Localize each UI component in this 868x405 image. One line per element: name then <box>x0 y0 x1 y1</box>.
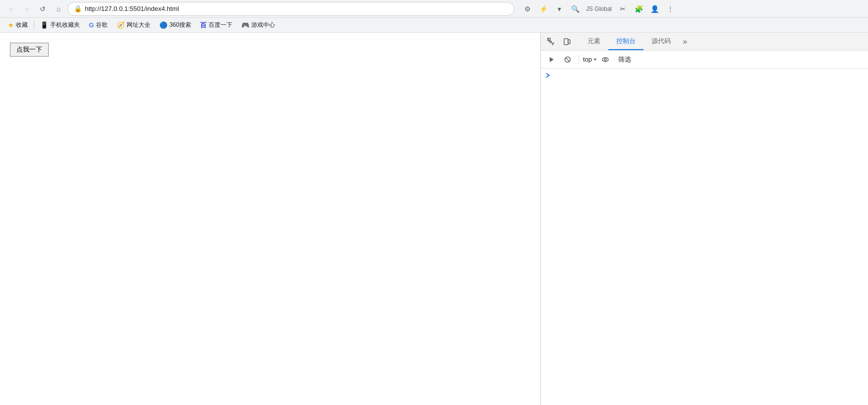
url-text: http://127.0.0.1:5501/index4.html <box>85 5 508 12</box>
bookmark-mobile-favorites[interactable]: 📱 手机收藏夹 <box>36 20 84 30</box>
clear-console-button[interactable] <box>561 53 575 67</box>
bookmark-urls-label: 网址大全 <box>127 21 150 29</box>
device-toolbar-button[interactable] <box>560 34 575 49</box>
svg-line-5 <box>566 58 570 61</box>
devtools-left-icons <box>541 34 578 49</box>
bookmark-baidu-label: 百度一下 <box>209 21 232 29</box>
google-icon: G <box>89 21 94 29</box>
svg-rect-2 <box>568 40 570 44</box>
tab-elements[interactable]: 元素 <box>579 33 608 50</box>
games-icon: 🎮 <box>241 21 249 29</box>
bookmark-360-label: 360搜索 <box>169 21 191 29</box>
bookmarks-bar: ★ 收藏 📱 手机收藏夹 G 谷歌 🧭 网址大全 🔵 360搜索 百 百度一下 … <box>0 18 868 33</box>
more-tabs-button[interactable]: » <box>679 33 691 50</box>
js-global-label: JS Global <box>586 5 612 12</box>
inspect-element-button[interactable] <box>544 34 559 49</box>
lock-icon: 🔒 <box>74 5 82 12</box>
baidu-icon: 百 <box>200 21 207 30</box>
dropdown-button[interactable]: ▾ <box>552 2 566 16</box>
svg-rect-1 <box>564 39 568 45</box>
tab-console[interactable]: 控制台 <box>608 33 644 50</box>
devtools-console-toolbar: top ▾ 筛选 <box>541 51 868 68</box>
address-bar[interactable]: 🔒 http://127.0.0.1:5501/index4.html <box>68 2 514 16</box>
bookmark-urls[interactable]: 🧭 网址大全 <box>113 20 154 30</box>
scissors-button[interactable]: ✂ <box>616 2 630 16</box>
console-line-1 <box>541 70 868 81</box>
devtools-console <box>541 68 868 405</box>
reload-button[interactable]: ↺ <box>36 2 50 16</box>
svg-point-6 <box>602 58 608 62</box>
page-content: 点我一下 <box>0 33 540 405</box>
toolbar-separator <box>579 55 579 65</box>
bookmark-games[interactable]: 🎮 游戏中心 <box>237 20 279 30</box>
devtools-panel: 元素 控制台 源代码 » <box>540 33 868 405</box>
click-me-button[interactable]: 点我一下 <box>10 43 49 57</box>
tab-sources[interactable]: 源代码 <box>644 33 679 50</box>
context-selector-arrow: ▾ <box>594 57 596 62</box>
menu-button[interactable]: ⋮ <box>663 2 677 16</box>
profile-button[interactable]: 👤 <box>648 2 661 16</box>
search-button[interactable]: 🔍 <box>568 2 582 16</box>
toolbar-right: ⚙ ⚡ ▾ 🔍 JS Global ✂ 🧩 👤 ⋮ <box>520 2 677 16</box>
live-expressions-button[interactable] <box>598 53 612 67</box>
main-area: 点我一下 元 <box>0 33 868 405</box>
bookmarks-label: 收藏 <box>16 21 28 29</box>
bookmark-games-label: 游戏中心 <box>251 21 275 29</box>
extensions-button[interactable]: ⚙ <box>520 2 534 16</box>
star-icon: ★ <box>8 21 14 29</box>
bookmark-mobile-label: 手机收藏夹 <box>50 21 80 29</box>
context-value: top <box>583 56 592 63</box>
forward-button[interactable]: › <box>20 2 34 16</box>
context-selector[interactable]: top ▾ <box>583 56 596 63</box>
filter-button[interactable]: 筛选 <box>614 54 635 65</box>
bookmark-360[interactable]: 🔵 360搜索 <box>155 20 195 30</box>
lightning-button[interactable]: ⚡ <box>536 2 550 16</box>
bookmark-google[interactable]: G 谷歌 <box>85 20 112 30</box>
bookmark-separator <box>34 21 34 30</box>
run-snippet-button[interactable] <box>545 53 559 67</box>
globe-icon: 🧭 <box>117 21 125 29</box>
browser-toolbar: ‹ › ↺ ⌂ 🔒 http://127.0.0.1:5501/index4.h… <box>0 0 868 18</box>
svg-point-7 <box>604 59 606 61</box>
devtools-tab-bar: 元素 控制台 源代码 » <box>541 33 868 51</box>
home-button[interactable]: ⌂ <box>52 2 66 16</box>
bookmark-favorites[interactable]: ★ 收藏 <box>4 20 32 30</box>
devtools-tab-list: 元素 控制台 源代码 » <box>578 33 693 50</box>
extensions2-button[interactable]: 🧩 <box>632 2 646 16</box>
svg-marker-3 <box>550 57 554 62</box>
mobile-icon: 📱 <box>40 21 48 29</box>
back-button[interactable]: ‹ <box>4 2 18 16</box>
bookmark-google-label: 谷歌 <box>96 21 108 29</box>
bookmark-baidu[interactable]: 百 百度一下 <box>196 20 236 31</box>
console-chevron-icon[interactable] <box>545 72 551 80</box>
360-icon: 🔵 <box>159 21 167 29</box>
